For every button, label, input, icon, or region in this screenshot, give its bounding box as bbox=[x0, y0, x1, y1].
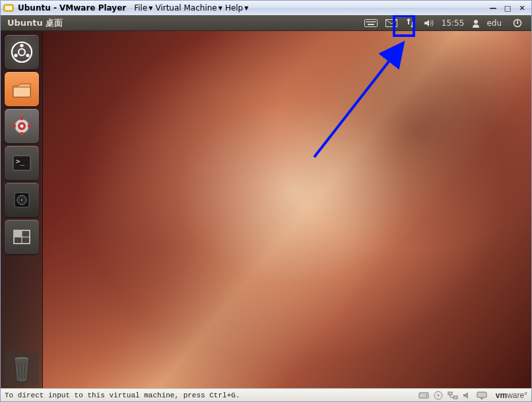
svg-point-30 bbox=[20, 199, 22, 201]
vmware-titlebar: Ubuntu - VMware Player File▼ Virtual Mac… bbox=[1, 1, 531, 15]
user-indicator[interactable]: edu bbox=[467, 15, 509, 31]
maximize-button[interactable]: □ bbox=[501, 3, 514, 13]
desktop-wallpaper[interactable] bbox=[1, 31, 531, 388]
status-display-icon[interactable] bbox=[475, 390, 488, 401]
svg-rect-44 bbox=[448, 392, 452, 395]
launcher-trash-icon[interactable] bbox=[5, 351, 39, 385]
menubar-app-title: Ubuntu 桌面 bbox=[7, 17, 63, 29]
svg-rect-19 bbox=[20, 117, 23, 120]
launcher-dash-icon[interactable] bbox=[5, 35, 39, 69]
vmware-statusbar: To direct input to this virtual machine,… bbox=[1, 388, 531, 401]
svg-rect-4 bbox=[368, 21, 370, 22]
clock-indicator[interactable]: 15:55 bbox=[438, 15, 468, 31]
svg-rect-5 bbox=[370, 21, 372, 22]
svg-rect-22 bbox=[28, 125, 31, 127]
launcher-system-settings-icon[interactable] bbox=[5, 109, 39, 143]
svg-point-10 bbox=[474, 20, 478, 24]
minimize-button[interactable]: — bbox=[486, 3, 500, 13]
ubuntu-menubar: Ubuntu 桌面 15:55 edu bbox=[1, 15, 531, 31]
unity-launcher: >_ bbox=[1, 31, 43, 388]
svg-rect-1 bbox=[5, 6, 12, 10]
svg-rect-6 bbox=[372, 21, 374, 22]
vmware-brand-label: vmware° bbox=[496, 391, 527, 400]
status-message: To direct input to this virtual machine,… bbox=[5, 391, 240, 399]
svg-rect-46 bbox=[477, 392, 486, 397]
menu-virtual-machine[interactable]: Virtual Machine▼ bbox=[155, 3, 222, 13]
svg-rect-3 bbox=[366, 21, 368, 22]
launcher-terminal-icon[interactable]: >_ bbox=[5, 146, 39, 180]
launcher-backup-icon[interactable] bbox=[5, 183, 39, 217]
svg-point-43 bbox=[437, 394, 439, 396]
svg-rect-45 bbox=[453, 396, 457, 399]
svg-point-17 bbox=[18, 49, 25, 55]
status-network-icon[interactable] bbox=[446, 390, 459, 401]
vmware-app-icon bbox=[3, 3, 14, 13]
svg-rect-2 bbox=[364, 19, 377, 26]
keyboard-indicator-icon[interactable] bbox=[360, 15, 382, 31]
launcher-home-folder-icon[interactable] bbox=[5, 72, 39, 106]
svg-rect-20 bbox=[20, 132, 23, 135]
svg-point-14 bbox=[20, 44, 23, 47]
svg-point-15 bbox=[14, 53, 17, 57]
network-indicator-icon[interactable] bbox=[401, 15, 420, 31]
menu-help[interactable]: Help▼ bbox=[225, 3, 249, 13]
vmware-title: Ubuntu - VMware Player bbox=[18, 3, 126, 13]
menu-file[interactable]: File▼ bbox=[134, 3, 152, 13]
svg-rect-8 bbox=[368, 24, 374, 25]
svg-rect-47 bbox=[481, 398, 483, 399]
svg-point-24 bbox=[20, 125, 23, 128]
session-indicator-icon[interactable] bbox=[509, 15, 526, 31]
guest-display[interactable]: Ubuntu 桌面 15:55 edu bbox=[1, 15, 531, 388]
status-sound-icon[interactable] bbox=[461, 390, 474, 401]
launcher-workspace-switcher-icon[interactable] bbox=[5, 220, 39, 254]
svg-text:>_: >_ bbox=[16, 157, 25, 166]
svg-point-41 bbox=[426, 395, 427, 396]
svg-rect-21 bbox=[13, 125, 16, 127]
user-name-label: edu bbox=[483, 18, 505, 28]
svg-point-16 bbox=[26, 53, 29, 57]
svg-point-12 bbox=[517, 22, 519, 24]
status-hdd-icon[interactable] bbox=[417, 390, 430, 401]
svg-rect-7 bbox=[374, 21, 376, 22]
vmware-window: Ubuntu - VMware Player File▼ Virtual Mac… bbox=[0, 0, 532, 402]
svg-rect-34 bbox=[14, 230, 22, 237]
close-button[interactable]: ✕ bbox=[515, 3, 529, 13]
status-cd-icon[interactable] bbox=[432, 390, 445, 401]
messages-indicator-icon[interactable] bbox=[382, 15, 401, 31]
sound-indicator-icon[interactable] bbox=[420, 15, 438, 31]
